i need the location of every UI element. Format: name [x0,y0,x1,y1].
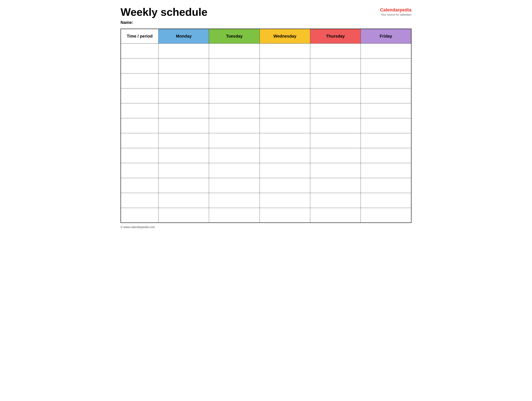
schedule-cell[interactable] [209,208,260,223]
table-row[interactable] [121,208,411,223]
schedule-cell[interactable] [361,118,411,133]
time-cell[interactable] [121,118,158,133]
schedule-cell[interactable] [158,208,209,223]
header-wednesday: Wednesday [260,29,310,43]
schedule-cell[interactable] [260,73,310,88]
time-cell[interactable] [121,193,158,208]
schedule-cell[interactable] [209,103,260,118]
schedule-cell[interactable] [209,193,260,208]
table-row[interactable] [121,73,411,88]
schedule-table: Time / period Monday Tuesday Wednesday T… [120,29,412,223]
schedule-cell[interactable] [260,103,310,118]
schedule-cell[interactable] [209,133,260,148]
schedule-cell[interactable] [310,118,361,133]
schedule-cell[interactable] [209,118,260,133]
schedule-cell[interactable] [209,88,260,103]
logo-text: Calendarpedia [380,7,412,13]
schedule-cell[interactable] [361,58,411,73]
table-row[interactable] [121,193,411,208]
schedule-cell[interactable] [209,178,260,193]
schedule-cell[interactable] [260,118,310,133]
schedule-cell[interactable] [361,163,411,178]
schedule-cell[interactable] [209,148,260,163]
schedule-cell[interactable] [310,163,361,178]
schedule-cell[interactable] [310,103,361,118]
header-friday: Friday [361,29,411,43]
schedule-cell[interactable] [310,73,361,88]
schedule-cell[interactable] [361,73,411,88]
schedule-cell[interactable] [209,163,260,178]
schedule-cell[interactable] [209,73,260,88]
schedule-cell[interactable] [158,148,209,163]
table-row[interactable] [121,103,411,118]
schedule-cell[interactable] [158,193,209,208]
schedule-cell[interactable] [361,43,411,58]
time-cell[interactable] [121,88,158,103]
logo-area: Calendarpedia Your source for calendars [380,6,412,16]
logo-red: pedia [400,7,412,12]
table-row[interactable] [121,118,411,133]
table-row[interactable] [121,43,411,58]
schedule-cell[interactable] [158,88,209,103]
name-label: Name: [120,20,412,25]
schedule-cell[interactable] [310,43,361,58]
table-row[interactable] [121,178,411,193]
schedule-cell[interactable] [260,193,310,208]
table-row[interactable] [121,133,411,148]
table-row[interactable] [121,163,411,178]
header-monday: Monday [158,29,209,43]
schedule-cell[interactable] [158,133,209,148]
schedule-cell[interactable] [158,73,209,88]
logo-black: Calendar [380,7,399,12]
schedule-cell[interactable] [310,208,361,223]
schedule-cell[interactable] [310,133,361,148]
time-cell[interactable] [121,73,158,88]
schedule-cell[interactable] [310,148,361,163]
schedule-cell[interactable] [361,193,411,208]
schedule-cell[interactable] [310,88,361,103]
schedule-cell[interactable] [260,43,310,58]
time-cell[interactable] [121,178,158,193]
time-cell[interactable] [121,148,158,163]
header-tuesday: Tuesday [209,29,260,43]
schedule-cell[interactable] [260,133,310,148]
table-row[interactable] [121,88,411,103]
time-cell[interactable] [121,208,158,223]
time-cell[interactable] [121,163,158,178]
schedule-cell[interactable] [310,178,361,193]
page-title: Weekly schedule [120,6,207,18]
schedule-cell[interactable] [361,178,411,193]
schedule-cell[interactable] [158,178,209,193]
schedule-cell[interactable] [361,133,411,148]
schedule-cell[interactable] [361,88,411,103]
schedule-cell[interactable] [260,163,310,178]
schedule-cell[interactable] [310,58,361,73]
table-row[interactable] [121,148,411,163]
schedule-cell[interactable] [260,148,310,163]
schedule-cell[interactable] [158,103,209,118]
schedule-cell[interactable] [260,178,310,193]
schedule-cell[interactable] [361,208,411,223]
time-cell[interactable] [121,58,158,73]
time-cell[interactable] [121,103,158,118]
schedule-cell[interactable] [361,103,411,118]
table-row[interactable] [121,58,411,73]
logo-tagline: Your source for calendars [380,13,412,16]
footer: © www.calendarpedia.com [120,225,412,229]
page-container: Weekly schedule Calendarpedia Your sourc… [120,6,412,229]
schedule-cell[interactable] [209,43,260,58]
schedule-cell[interactable] [310,193,361,208]
time-cell[interactable] [121,133,158,148]
schedule-cell[interactable] [260,208,310,223]
header-thursday: Thursday [310,29,361,43]
schedule-cell[interactable] [209,58,260,73]
schedule-cell[interactable] [158,58,209,73]
schedule-cell[interactable] [158,163,209,178]
schedule-cell[interactable] [361,148,411,163]
schedule-cell[interactable] [158,43,209,58]
schedule-cell[interactable] [260,58,310,73]
schedule-cell[interactable] [158,118,209,133]
header-time: Time / period [121,29,158,43]
time-cell[interactable] [121,43,158,58]
schedule-cell[interactable] [260,88,310,103]
